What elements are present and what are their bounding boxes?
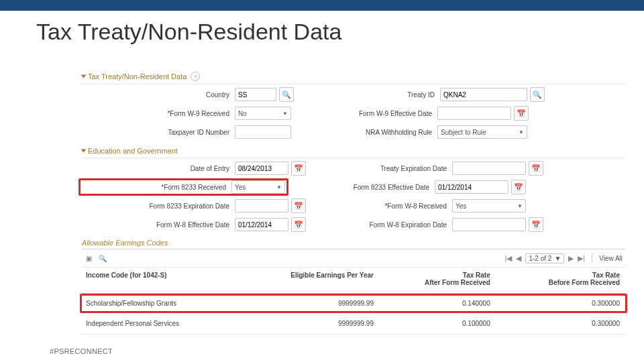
cell-after: 0.140000 [379,300,496,307]
f8233-effdate-input[interactable] [435,180,508,194]
cell-income-code: Independent Personal Services [82,320,250,327]
grid-toolbar: ▣ 🔍 |◀ ◀ 1-2 of 2 ▼ ▶ ▶| View All [82,249,625,267]
table-row[interactable]: Independent Personal Services 9999999.99… [82,313,625,335]
prev-page-icon[interactable]: ◀ [516,254,521,263]
cell-before: 0.300000 [496,300,625,307]
section-tax-treaty[interactable]: Tax Treaty/Non-Resident Data ? [82,70,625,84]
view-all-link[interactable]: View All [599,255,623,262]
w9-received-value: No [238,110,247,117]
cell-eligible: 9999999.99 [250,320,379,327]
header-bar [0,0,644,11]
nra-rule-value: Subject to Rule [441,129,486,136]
w8-effdate-label: Form W-8 Effective Date [82,221,235,229]
f8233-expdate-label: Form 8233 Expiration Date [82,202,235,210]
range-text: 1-2 of 2 [529,255,551,262]
calendar-icon[interactable]: 📅 [529,217,543,232]
f8233-received-value: Yes [235,184,246,191]
table-row[interactable]: Scholarship/Fellowship Grants 9999999.99… [80,294,627,313]
w8-expdate-label: Form W-8 Expiration Date [333,221,452,229]
section-title: Education and Government [88,147,178,155]
chevron-down-icon: ▼ [554,255,561,262]
caret-down-icon [81,149,87,153]
search-icon[interactable]: 🔍 [99,255,107,262]
w8-effdate-input[interactable] [235,218,288,231]
taxpayer-id-label: Taxpayer ID Number [82,129,235,136]
next-page-icon[interactable]: ▶ [568,254,574,263]
grid-settings-icon[interactable]: ▣ [86,255,92,262]
calendar-icon[interactable]: 📅 [529,161,543,176]
chevron-down-icon: ▼ [276,184,282,190]
page-title: Tax Treaty/Non-Resident Data [36,19,341,45]
taxpayer-id-input[interactable] [235,125,291,139]
w8-received-value: Yes [455,202,466,210]
chevron-down-icon: ▼ [282,111,288,117]
last-page-icon[interactable]: ▶| [578,254,585,263]
col-taxrate-before: Tax RateBefore Form Received [496,272,625,286]
nra-rule-label: NRA Withholding Rule [318,129,437,136]
caret-down-icon [81,75,87,78]
section-education-gov[interactable]: Education and Government [82,145,625,158]
treaty-id-label: Treaty ID [321,91,440,99]
section-title: Tax Treaty/Non-Resident Data [88,72,186,80]
f8233-expdate-input[interactable] [235,199,288,213]
cell-before: 0.300000 [496,320,625,327]
treaty-expiration-input[interactable] [452,162,526,175]
search-icon[interactable]: 🔍 [530,87,545,102]
first-page-icon[interactable]: |◀ [505,254,513,263]
f8233-effdate-label: Form 8233 Effective Date [315,184,435,191]
cell-income-code: Scholarship/Fellowship Grants [82,300,250,307]
chevron-down-icon: ▼ [519,129,524,135]
date-of-entry-label: Date of Entry [82,165,235,172]
w8-expdate-input[interactable] [452,218,526,231]
footer-hashtag: #PSRECONNECT [50,347,113,355]
nra-rule-select[interactable]: Subject to Rule▼ [437,125,527,139]
date-of-entry-input[interactable] [235,162,288,175]
help-icon[interactable]: ? [191,72,200,81]
cell-eligible: 9999999.99 [250,300,379,307]
calendar-icon[interactable]: 📅 [291,198,306,213]
col-income-code: Income Code (for 1042-S) [82,272,250,286]
cell-after: 0.100000 [379,320,496,327]
range-indicator[interactable]: 1-2 of 2 ▼ [525,253,564,263]
calendar-icon[interactable]: 📅 [514,106,529,121]
col-eligible-earnings: Eligible Earnings Per Year [250,272,379,286]
f8233-received-label: *Form 8233 Received [82,184,231,191]
w9-effdate-input[interactable] [437,107,511,120]
country-input[interactable] [235,88,276,101]
w8-received-label: *Form W-8 Received [333,202,452,210]
country-label: Country [82,91,235,99]
w8-received-select[interactable]: Yes▼ [452,199,526,213]
search-icon[interactable]: 🔍 [279,87,294,102]
calendar-icon[interactable]: 📅 [291,161,306,176]
treaty-id-input[interactable] [440,88,527,101]
f8233-received-select[interactable]: Yes▼ [231,180,285,194]
treaty-expiration-label: Treaty Expiration Date [333,165,452,172]
calendar-icon[interactable]: 📅 [291,217,306,232]
form-panel: Tax Treaty/Non-Resident Data ? Country 🔍… [82,70,625,335]
chevron-down-icon: ▼ [517,203,523,209]
grid-header-row: Income Code (for 1042-S) Eligible Earnin… [82,267,625,294]
divider [592,253,592,263]
w9-effdate-label: Form W-9 Effective Date [318,110,437,117]
col-taxrate-after: Tax RateAfter Form Received [379,272,496,286]
w9-received-label: *Form W-9 Received [82,110,235,117]
calendar-icon[interactable]: 📅 [511,180,526,194]
highlight-8233-received: *Form 8233 Received Yes▼ [78,178,288,196]
allowable-earnings-header: Allowable Earnings Codes [82,239,625,247]
w9-received-select[interactable]: No▼ [235,107,291,120]
